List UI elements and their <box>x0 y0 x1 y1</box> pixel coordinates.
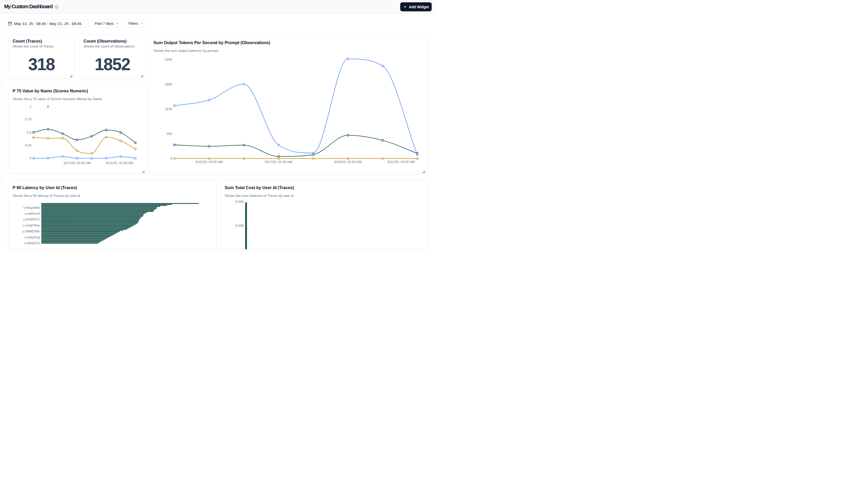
svg-text:1: 1 <box>30 104 31 108</box>
svg-text:u-5M8D56k: u-5M8D56k <box>23 229 40 233</box>
svg-text:5/15/25, 02:00 AM: 5/15/25, 02:00 AM <box>195 160 223 164</box>
svg-text:u-8fVa9T3: u-8fVa9T3 <box>24 241 40 243</box>
svg-text:5/19/25, 02:00 AM: 5/19/25, 02:00 AM <box>334 160 362 164</box>
svg-text:550: 550 <box>166 132 172 136</box>
svg-text:5/17/25, 02:00 AM: 5/17/25, 02:00 AM <box>63 161 91 165</box>
svg-text:1650: 1650 <box>165 82 172 86</box>
svg-text:5/21/25, 02:00 AM: 5/21/25, 02:00 AM <box>388 160 415 164</box>
svg-text:2200: 2200 <box>165 58 172 61</box>
svg-text:0.008: 0.008 <box>235 200 244 204</box>
svg-text:0.006: 0.006 <box>235 224 244 228</box>
svg-text:1100: 1100 <box>165 107 172 111</box>
svg-text:0.25: 0.25 <box>25 144 31 147</box>
svg-text:u-tFAR5TX: u-tFAR5TX <box>23 217 40 221</box>
svg-text:u-aobnuxf: u-aobnuxf <box>25 212 40 215</box>
svg-text:u-zVqP3hw: u-zVqP3hw <box>23 223 40 227</box>
svg-text:5/17/25, 02:00 AM: 5/17/25, 02:00 AM <box>265 160 292 164</box>
svg-text:0.5: 0.5 <box>27 130 31 134</box>
svg-text:u-8sq2w4a: u-8sq2w4a <box>23 206 40 210</box>
svg-text:0: 0 <box>170 157 172 160</box>
svg-text:5/21/25, 02:00 AM: 5/21/25, 02:00 AM <box>106 161 133 165</box>
svg-text:0: 0 <box>30 156 31 160</box>
svg-text:0.75: 0.75 <box>25 117 31 121</box>
svg-text:u-d3qr5cg: u-d3qr5cg <box>25 235 40 239</box>
